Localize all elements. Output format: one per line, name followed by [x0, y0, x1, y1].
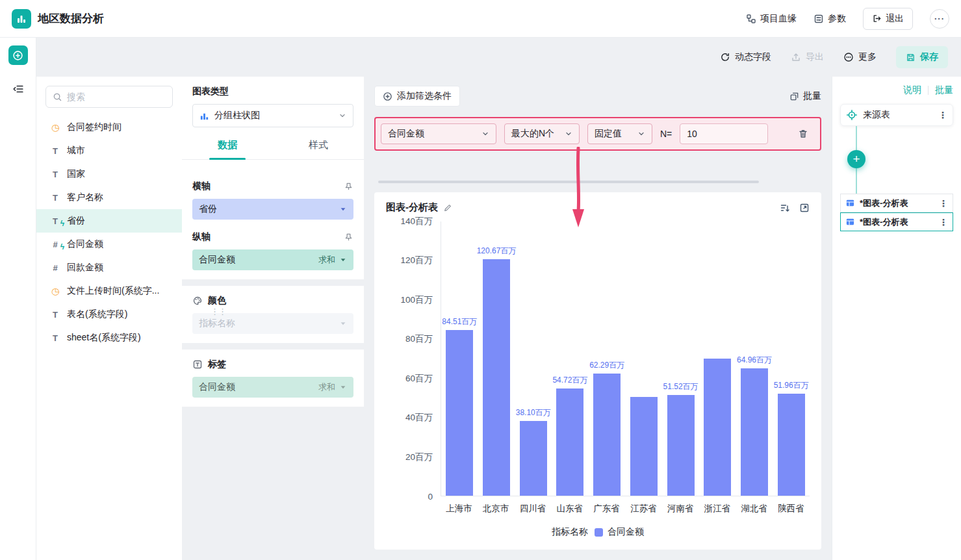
bar-chart-icon — [199, 111, 209, 121]
export-label: 导出 — [806, 51, 824, 63]
batch-link[interactable]: 批量 — [935, 84, 953, 96]
filter-field-value: 合同金额 — [388, 128, 424, 140]
legend-item[interactable]: 合同金额 — [595, 526, 644, 538]
exit-button[interactable]: 退出 — [863, 8, 913, 30]
save-label: 保存 — [920, 51, 938, 63]
add-panel-button[interactable] — [8, 45, 28, 65]
bar-value-label: 64.96百万 — [737, 355, 772, 366]
bar-广东省[interactable] — [593, 374, 621, 496]
x-tick-label: 上海市 — [441, 503, 478, 515]
flow-connector: + — [840, 126, 953, 194]
batch-icon — [789, 92, 799, 101]
label-field-pill[interactable]: 合同金额 求和 — [192, 377, 353, 398]
field-search-input[interactable] — [67, 92, 185, 102]
chart-type-select[interactable]: 分组柱状图 — [192, 104, 353, 127]
page-title: 地区数据分析 — [38, 11, 104, 26]
chart-node-label: *图表-分析表 — [860, 197, 934, 209]
bar-河南省[interactable] — [667, 395, 695, 496]
node-menu-icon[interactable]: ⋮ — [939, 198, 948, 209]
x-axis-field-value: 省份 — [199, 203, 339, 215]
field-item-sheet-name[interactable]: Tsheet名(系统字段) — [36, 326, 182, 350]
bar-上海市[interactable] — [446, 330, 473, 496]
bar-value-label: 84.51百万 — [442, 316, 477, 327]
more-button[interactable]: 更多 — [843, 51, 877, 63]
field-item-country[interactable]: T国家 — [36, 162, 182, 186]
dynamic-fields-button[interactable]: 动态字段 — [720, 51, 771, 63]
node-menu-icon[interactable]: ⋮ — [938, 110, 947, 120]
export-button[interactable]: 导出 — [791, 51, 824, 63]
pin-icon[interactable] — [344, 233, 353, 242]
legend-title: 指标名称 — [552, 526, 588, 538]
chart-type-value: 分组柱状图 — [214, 110, 333, 121]
field-item-contract-amount[interactable]: #ϟ合同金额 — [36, 233, 182, 256]
filter-field-select[interactable]: 合同金额 — [381, 123, 496, 144]
filter-mode-select[interactable]: 最大的N个 — [504, 123, 580, 144]
node-menu-icon[interactable]: ⋮ — [939, 217, 948, 227]
batch-button[interactable]: 批量 — [789, 90, 821, 102]
bar-湖北省[interactable] — [741, 368, 768, 496]
collapse-panel-icon[interactable] — [12, 83, 24, 95]
export-icon — [791, 52, 801, 62]
chart-node-1[interactable]: *图表-分析表 ⋮ — [840, 194, 953, 212]
x-axis-field-pill[interactable]: 省份 — [192, 199, 353, 220]
params-button[interactable]: 参数 — [814, 13, 846, 25]
more-label: 更多 — [858, 51, 877, 63]
chevron-down-icon — [481, 130, 489, 138]
bar-value-label: 51.52百万 — [663, 381, 698, 392]
bar-北京市[interactable] — [483, 259, 510, 496]
y-tick-label: 140百万 — [400, 216, 433, 227]
source-table-node[interactable]: 来源表 ⋮ — [840, 104, 953, 126]
text-field-in-use-icon: Tϟ — [49, 216, 61, 226]
field-item-province[interactable]: Tϟ省份 — [36, 209, 182, 233]
y-axis-field-pill[interactable]: 合同金额 求和 — [192, 249, 353, 270]
text-field-icon: T — [49, 193, 61, 203]
bar-山东省[interactable] — [556, 388, 583, 496]
bar-浙江省[interactable] — [704, 359, 731, 496]
field-item-file-upload-time[interactable]: ◷文件上传时间(系统字... — [36, 279, 182, 303]
filter-value-type-value: 固定值 — [595, 128, 622, 140]
plus-circle-icon — [383, 92, 392, 101]
field-item-city[interactable]: T城市 — [36, 139, 182, 162]
add-filter-button[interactable]: 添加筛选条件 — [374, 86, 460, 107]
field-item-payment-amount[interactable]: #回款金额 — [36, 256, 182, 279]
legend-item-label: 合同金额 — [608, 526, 644, 538]
chart-node-2-selected[interactable]: *图表-分析表 ⋮ — [840, 212, 953, 231]
text-field-icon: T — [49, 146, 61, 156]
sort-icon[interactable] — [780, 203, 790, 213]
header-more-button[interactable]: ··· — [930, 9, 949, 29]
project-lineage-button[interactable]: 项目血缘 — [746, 13, 797, 25]
config-tabs: 数据 样式 — [182, 139, 364, 160]
field-item-customer-name[interactable]: T客户名称 — [36, 186, 182, 209]
x-tick-label: 陕西省 — [773, 503, 810, 515]
x-tick-label: 河南省 — [662, 503, 699, 515]
aggregation-label: 求和 — [318, 381, 335, 393]
tab-style[interactable]: 样式 — [273, 139, 364, 159]
n-value-input[interactable] — [680, 123, 768, 144]
aggregation-label: 求和 — [318, 254, 335, 266]
bar-四川省[interactable] — [520, 421, 547, 496]
bar-江苏省[interactable] — [630, 397, 658, 496]
description-link[interactable]: 说明 — [903, 84, 921, 96]
panel-resize-handle[interactable]: ⋮⋮ — [211, 309, 226, 314]
project-lineage-label: 项目血缘 — [760, 13, 797, 25]
app-logo-icon — [12, 9, 31, 29]
delete-filter-icon[interactable] — [798, 129, 808, 139]
pin-icon[interactable] — [344, 182, 353, 192]
field-item-contract-sign-time[interactable]: ◷合同签约时间 — [36, 116, 182, 139]
color-placeholder-text: 指标名称 — [199, 318, 339, 329]
edit-title-icon[interactable] — [443, 203, 452, 212]
field-item-table-name[interactable]: T表名(系统字段) — [36, 303, 182, 326]
field-search[interactable] — [45, 86, 173, 108]
expand-icon[interactable] — [799, 203, 810, 213]
tab-data[interactable]: 数据 — [182, 139, 273, 159]
filter-value-type-select[interactable]: 固定值 — [587, 123, 652, 144]
filter-mode-value: 最大的N个 — [511, 128, 554, 140]
save-button[interactable]: 保存 — [896, 46, 948, 68]
chart-card: 图表-分析表 140百万120百万100百万80百万60百万40百万20百万0 — [374, 192, 821, 550]
add-node-button[interactable]: + — [847, 150, 865, 168]
bar-陕西省[interactable] — [778, 394, 805, 496]
horizontal-scrollbar[interactable] — [378, 181, 759, 183]
source-table-label: 来源表 — [863, 109, 933, 121]
lineage-icon — [746, 14, 756, 24]
chevron-down-icon — [339, 383, 347, 391]
